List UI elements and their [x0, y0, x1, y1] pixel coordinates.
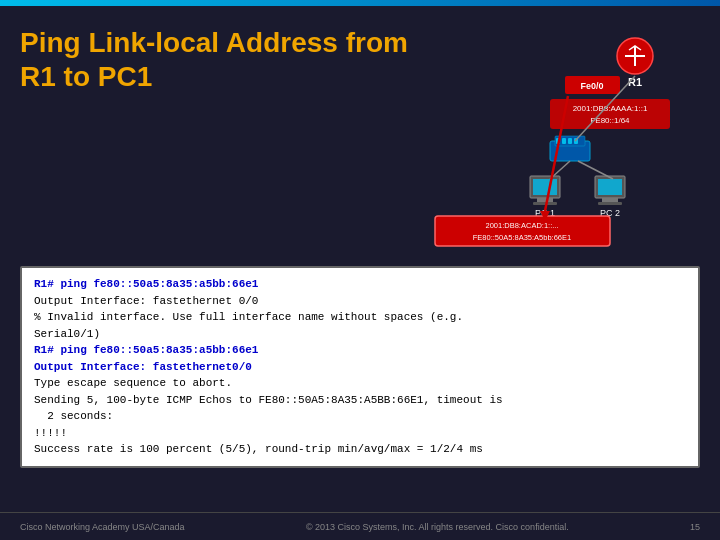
svg-rect-19	[533, 202, 557, 205]
output-3: Serial0/1)	[34, 328, 100, 340]
svg-text:Fe0/0: Fe0/0	[580, 81, 603, 91]
output-9: Success rate is 100 percent (5/5), round…	[34, 443, 483, 455]
terminal-line-4: Serial0/1)	[34, 326, 686, 343]
title-section: Ping Link-local Address from R1 to PC1	[20, 21, 410, 251]
svg-text:2001:DB8:AAAA:1::1: 2001:DB8:AAAA:1::1	[573, 104, 648, 113]
title-line2: R1 to PC1	[20, 61, 152, 92]
slide-title: Ping Link-local Address from R1 to PC1	[20, 26, 410, 93]
output-1: Output Interface: fastethernet 0/0	[34, 295, 258, 307]
output-6: Sending 5, 100-byte ICMP Echos to FE80::…	[34, 394, 503, 406]
terminal-line-5: R1# ping fe80::50a5:8a35:a5bb:66e1	[34, 342, 686, 359]
network-diagram: R1 Fe0/0 2001:DB8:AAAA:1::1 FE80::1/64	[420, 21, 700, 251]
cmd-1: R1# ping fe80::50a5:8a35:a5bb:66e1	[34, 278, 258, 290]
terminal-block: R1# ping fe80::50a5:8a35:a5bb:66e1 Outpu…	[20, 266, 700, 468]
svg-text:FE80::50A5:8A35:A5bb:66E1: FE80::50A5:8A35:A5bb:66E1	[473, 233, 571, 242]
terminal-line-8: Sending 5, 100-byte ICMP Echos to FE80::…	[34, 392, 686, 409]
svg-rect-18	[537, 198, 553, 202]
svg-rect-17	[533, 179, 557, 195]
svg-rect-23	[602, 198, 618, 202]
terminal-line-10: !!!!!	[34, 425, 686, 442]
output-5: Type escape sequence to abort.	[34, 377, 232, 389]
terminal-line-9: 2 seconds:	[34, 408, 686, 425]
footer: Cisco Networking Academy USA/Canada © 20…	[0, 512, 720, 540]
svg-text:2001:DB8:ACAD:1::...: 2001:DB8:ACAD:1::...	[486, 221, 559, 230]
terminal-line-3: % Invalid interface. Use full interface …	[34, 309, 686, 326]
cmd-2: R1# ping fe80::50a5:8a35:a5bb:66e1	[34, 344, 258, 356]
terminal-line-11: Success rate is 100 percent (5/5), round…	[34, 441, 686, 458]
svg-rect-24	[598, 202, 622, 205]
output-7: 2 seconds:	[34, 410, 113, 422]
svg-rect-13	[568, 138, 572, 144]
content-area: Ping Link-local Address from R1 to PC1 R…	[0, 6, 720, 261]
output-4: Output Interface: fastethernet0/0	[34, 361, 252, 373]
terminal-line-7: Type escape sequence to abort.	[34, 375, 686, 392]
svg-rect-22	[598, 179, 622, 195]
svg-rect-12	[562, 138, 566, 144]
terminal-line-6: Output Interface: fastethernet0/0	[34, 359, 686, 376]
output-2: % Invalid interface. Use full interface …	[34, 311, 463, 323]
terminal-line-1: R1# ping fe80::50a5:8a35:a5bb:66e1	[34, 276, 686, 293]
output-8: !!!!!	[34, 427, 67, 439]
footer-right: 15	[690, 522, 700, 532]
footer-center: © 2013 Cisco Systems, Inc. All rights re…	[306, 522, 569, 532]
slide: Ping Link-local Address from R1 to PC1 R…	[0, 0, 720, 540]
title-line1: Ping Link-local Address from	[20, 27, 408, 58]
footer-left: Cisco Networking Academy USA/Canada	[20, 522, 185, 532]
terminal-line-2: Output Interface: fastethernet 0/0	[34, 293, 686, 310]
